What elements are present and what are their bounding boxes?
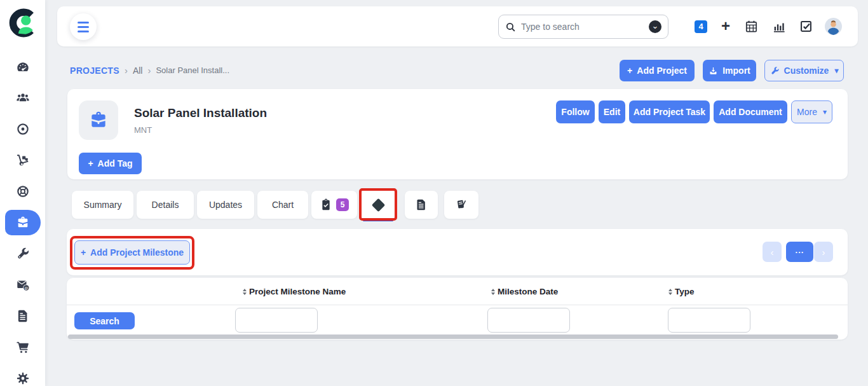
search-icon — [505, 22, 516, 32]
project-avatar-tile — [79, 100, 118, 140]
svg-text:@: @ — [24, 286, 28, 290]
briefcase-icon — [16, 216, 30, 230]
sidebar-item-settings[interactable] — [0, 364, 45, 386]
calendar-icon[interactable] — [745, 20, 758, 36]
breadcrumb-projects[interactable]: PROJECTS — [70, 65, 119, 76]
tab-updates[interactable]: Updates — [197, 191, 254, 219]
quick-add-icon[interactable]: + — [721, 17, 730, 35]
plus-icon: + — [627, 65, 632, 76]
caret-down-icon: ▾ — [834, 66, 838, 75]
add-project-task-button[interactable]: Add Project Task — [629, 100, 710, 123]
add-tag-button[interactable]: + Add Tag — [79, 153, 142, 174]
cart-icon — [16, 340, 30, 354]
table-search-button[interactable]: Search — [74, 312, 135, 329]
breadcrumb-current: Solar Panel Install... — [156, 65, 229, 75]
add-project-milestone-button[interactable]: + Add Project Milestone — [74, 240, 190, 265]
sort-icon — [243, 289, 247, 295]
tab-summary[interactable]: Summary — [72, 191, 133, 219]
filter-input-milestone-date[interactable] — [487, 308, 570, 333]
life-ring-icon — [16, 184, 30, 198]
more-button[interactable]: More ▾ — [791, 100, 832, 123]
clipboard-check-icon — [320, 198, 332, 211]
table-header-divider — [67, 305, 848, 305]
sidebar-item-contacts[interactable] — [0, 84, 45, 112]
sort-icon — [491, 289, 495, 295]
dashboard-icon — [16, 60, 30, 74]
filter-input-type[interactable] — [668, 308, 750, 333]
app-root: @ — [0, 0, 868, 386]
column-header-milestone-name[interactable]: Project Milestone Name — [243, 287, 346, 296]
wrench-icon — [770, 66, 780, 76]
user-avatar[interactable] — [825, 18, 842, 38]
page-title: Solar Panel Installation — [134, 106, 267, 120]
notifications-count-badge[interactable]: 4 — [695, 20, 707, 33]
plus-icon: + — [81, 247, 86, 258]
pagination-prev-button[interactable]: ‹ — [763, 242, 782, 262]
sidebar: @ — [0, 0, 45, 386]
breadcrumb-all[interactable]: All — [133, 65, 143, 76]
mail-at-icon: @ — [16, 278, 30, 292]
sidebar-item-inventory[interactable] — [0, 146, 45, 174]
reports-chart-icon[interactable] — [772, 20, 786, 36]
breadcrumb: PROJECTS › All › Solar Panel Install... — [70, 65, 229, 76]
briefcase-icon — [88, 110, 109, 130]
import-button[interactable]: Import — [703, 60, 756, 81]
follow-button[interactable]: Follow — [556, 100, 595, 123]
target-icon — [16, 122, 30, 136]
sidebar-item-targets[interactable] — [0, 115, 45, 143]
pagination-more-button[interactable]: ... — [786, 242, 813, 262]
sort-icon — [668, 289, 672, 295]
add-project-button[interactable]: + Add Project — [620, 60, 695, 81]
download-icon — [709, 66, 718, 76]
tasks-check-icon[interactable] — [799, 20, 813, 36]
gear-icon — [16, 371, 30, 385]
tab-project-milestones[interactable] — [360, 190, 396, 219]
tab-project-tasks[interactable]: 5 — [311, 191, 357, 219]
sidebar-item-orders[interactable] — [0, 333, 45, 361]
customize-button[interactable]: Customize ▾ — [764, 60, 844, 81]
horizontal-scrollbar[interactable] — [68, 334, 838, 339]
sidebar-item-tools[interactable] — [0, 240, 45, 268]
breadcrumb-separator: › — [125, 65, 128, 76]
caret-down-icon: ▾ — [823, 107, 827, 116]
sidebar-item-email[interactable]: @ — [0, 271, 45, 299]
dolly-icon — [16, 153, 30, 167]
tab-details[interactable]: Details — [137, 191, 194, 219]
hamburger-icon — [78, 22, 89, 24]
tasks-count-badge: 5 — [336, 198, 349, 211]
tab-signature[interactable] — [444, 191, 478, 219]
sidebar-item-dashboard[interactable] — [0, 53, 45, 81]
plus-icon: + — [88, 158, 93, 169]
search-scope-dropdown[interactable]: ⌄ — [649, 20, 661, 33]
milestone-diamond-icon — [371, 198, 384, 211]
global-search: ⌄ — [498, 15, 668, 39]
active-tab-underline — [363, 219, 393, 221]
column-header-milestone-date[interactable]: Milestone Date — [491, 287, 558, 296]
filter-input-milestone-name[interactable] — [235, 308, 318, 333]
wrench-icon — [16, 247, 30, 261]
signature-icon — [455, 198, 468, 211]
topbar — [57, 6, 858, 46]
pagination-next-button[interactable]: › — [814, 242, 833, 262]
project-code: MNT — [134, 125, 152, 135]
menu-toggle-button[interactable] — [70, 13, 97, 40]
search-input[interactable] — [521, 22, 649, 32]
sidebar-item-invoices[interactable] — [0, 302, 45, 330]
sidebar-item-support[interactable] — [0, 177, 45, 205]
app-logo[interactable] — [8, 8, 37, 38]
column-header-type[interactable]: Type — [668, 287, 695, 296]
tab-notes[interactable] — [405, 191, 438, 219]
file-lines-icon — [415, 198, 428, 211]
edit-button[interactable]: Edit — [599, 100, 625, 123]
add-document-button[interactable]: Add Document — [714, 100, 787, 123]
users-icon — [16, 91, 30, 105]
tab-chart[interactable]: Chart — [257, 191, 308, 219]
file-invoice-icon — [16, 309, 30, 323]
breadcrumb-separator: › — [147, 65, 151, 76]
sidebar-item-projects[interactable] — [0, 209, 45, 237]
